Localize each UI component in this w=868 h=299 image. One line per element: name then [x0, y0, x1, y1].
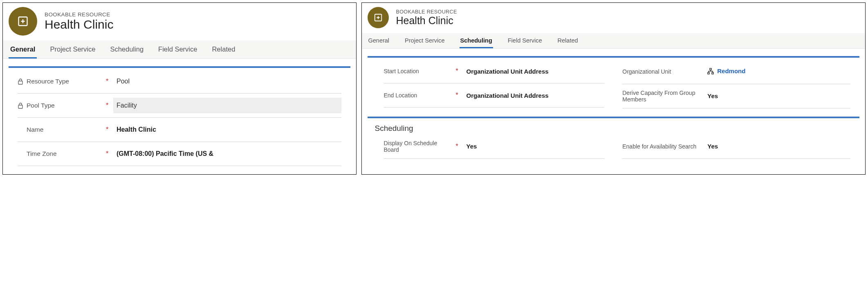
- field-display-on-schedule-board[interactable]: Display On Schedule Board * Yes: [368, 135, 614, 158]
- tab-project-service[interactable]: Project Service: [404, 33, 446, 48]
- field-divider: [622, 158, 850, 159]
- svg-rect-4: [710, 68, 711, 70]
- required-marker: *: [453, 143, 461, 150]
- required-marker: *: [453, 92, 461, 99]
- field-enable-availability-search[interactable]: Enable for Availability Search Yes: [613, 135, 859, 158]
- org-unit-link[interactable]: Redmond: [707, 67, 745, 74]
- entity-avatar: [9, 7, 37, 36]
- pool-type-value: Facility: [113, 98, 341, 113]
- field-pool-type[interactable]: Pool Type * Facility: [9, 94, 350, 117]
- tab-field-service[interactable]: Field Service: [157, 40, 199, 58]
- time-zone-value: (GMT-08:00) Pacific Time (US &: [113, 146, 341, 162]
- record-title: Health Clinic: [45, 18, 113, 31]
- field-divider: [18, 166, 341, 166]
- required-marker: *: [103, 78, 111, 85]
- start-location-label: Start Location: [384, 68, 419, 74]
- field-organizational-unit[interactable]: Organizational Unit Redmond: [613, 59, 859, 84]
- enable-avail-label: Enable for Availability Search: [622, 143, 696, 150]
- record-header: BOOKABLE RESOURCE Health Clinic: [3, 3, 356, 38]
- tab-general[interactable]: General: [9, 40, 37, 58]
- required-marker: *: [103, 150, 111, 157]
- field-resource-type[interactable]: Resource Type * Pool: [9, 70, 350, 93]
- svg-rect-2: [18, 105, 22, 108]
- panel-scheduling: BOOKABLE RESOURCE Health Clinic General …: [361, 2, 866, 175]
- resource-type-label: Resource Type: [27, 78, 69, 85]
- tabs-bar: General Project Service Scheduling Field…: [362, 33, 866, 49]
- entity-icon: [374, 13, 383, 22]
- start-location-value: Organizational Unit Address: [463, 64, 605, 79]
- entity-type-label: BOOKABLE RESOURCE: [396, 9, 457, 15]
- required-marker: *: [103, 126, 111, 133]
- org-chart-icon: [707, 68, 714, 74]
- tab-related[interactable]: Related: [210, 40, 237, 58]
- end-location-value: Organizational Unit Address: [463, 88, 605, 103]
- tab-general[interactable]: General: [368, 33, 390, 48]
- name-value: Health Clinic: [113, 122, 341, 137]
- derive-capacity-value: Yes: [704, 88, 850, 103]
- scheduling-col-right: Enable for Availability Search Yes: [613, 135, 859, 159]
- location-columns: Start Location * Organizational Unit Add…: [368, 59, 860, 108]
- field-end-location[interactable]: End Location * Organizational Unit Addre…: [368, 83, 614, 107]
- field-divider: [384, 158, 605, 159]
- record-header: BOOKABLE RESOURCE Health Clinic: [362, 3, 866, 31]
- field-divider: [384, 107, 605, 108]
- svg-rect-5: [708, 72, 709, 74]
- record-titles: BOOKABLE RESOURCE Health Clinic: [45, 11, 113, 31]
- entity-avatar: [368, 7, 389, 28]
- panel-general: BOOKABLE RESOURCE Health Clinic General …: [2, 2, 357, 175]
- tab-related[interactable]: Related: [557, 33, 579, 48]
- location-col-left: Start Location * Organizational Unit Add…: [368, 59, 614, 108]
- required-marker: *: [453, 67, 461, 75]
- scheduling-section: Scheduling Display On Schedule Board * Y…: [368, 117, 860, 159]
- end-location-label: End Location: [384, 92, 417, 99]
- record-title: Health Clinic: [396, 15, 457, 27]
- svg-rect-1: [18, 81, 22, 84]
- org-unit-value: Redmond: [717, 67, 745, 74]
- tab-scheduling[interactable]: Scheduling: [108, 40, 145, 58]
- field-name[interactable]: Name * Health Clinic: [9, 118, 350, 142]
- resource-type-value: Pool: [113, 74, 341, 89]
- enable-avail-value: Yes: [704, 139, 850, 154]
- location-section: Start Location * Organizational Unit Add…: [368, 56, 860, 108]
- record-titles: BOOKABLE RESOURCE Health Clinic: [396, 9, 457, 27]
- entity-type-label: BOOKABLE RESOURCE: [45, 11, 113, 18]
- tabs-bar: General Project Service Scheduling Field…: [3, 40, 356, 59]
- required-marker: *: [103, 102, 111, 109]
- field-time-zone[interactable]: Time Zone * (GMT-08:00) Pacific Time (US…: [9, 142, 350, 166]
- location-col-right: Organizational Unit Redmond: [613, 59, 859, 108]
- scheduling-section-title: Scheduling: [368, 120, 860, 135]
- field-derive-capacity[interactable]: Derive Capacity From Group Members Yes: [613, 84, 859, 108]
- tab-project-service[interactable]: Project Service: [48, 40, 97, 58]
- lock-icon: [18, 78, 23, 85]
- display-on-board-value: Yes: [463, 139, 605, 154]
- tab-field-service[interactable]: Field Service: [507, 33, 543, 48]
- entity-icon: [17, 16, 29, 27]
- lock-icon: [18, 102, 23, 109]
- tab-scheduling[interactable]: Scheduling: [460, 33, 493, 48]
- display-on-board-label: Display On Schedule Board: [384, 140, 453, 153]
- scheduling-columns: Display On Schedule Board * Yes Enable f…: [368, 135, 860, 159]
- derive-capacity-label: Derive Capacity From Group Members: [622, 90, 704, 103]
- scheduling-col-left: Display On Schedule Board * Yes: [368, 135, 614, 159]
- svg-rect-6: [712, 72, 713, 74]
- time-zone-label: Time Zone: [27, 150, 57, 157]
- org-unit-label: Organizational Unit: [622, 68, 671, 75]
- name-label: Name: [27, 126, 43, 133]
- general-section: Resource Type * Pool Pool Type * Facilit…: [9, 66, 350, 166]
- field-divider: [622, 108, 850, 108]
- field-start-location[interactable]: Start Location * Organizational Unit Add…: [368, 59, 614, 83]
- pool-type-label: Pool Type: [27, 102, 55, 109]
